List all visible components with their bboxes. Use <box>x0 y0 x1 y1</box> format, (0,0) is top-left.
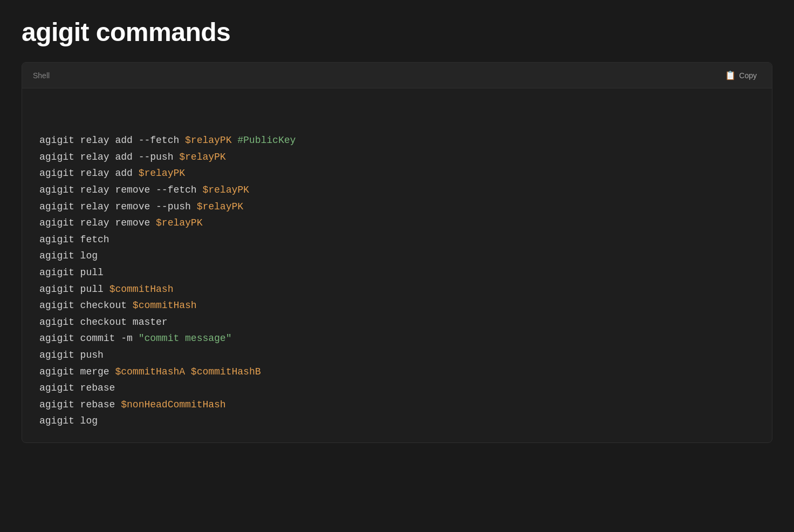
code-token: agigit pull <box>39 284 109 295</box>
code-token: #PublicKey <box>231 135 296 146</box>
code-token: $nonHeadCommitHash <box>121 399 225 410</box>
code-line: agigit checkout $commitHash <box>39 297 755 314</box>
code-token: $commitHash <box>133 300 197 311</box>
code-token: agigit relay add --push <box>39 152 179 162</box>
code-token: agigit rebase <box>39 399 121 410</box>
code-token: $commitHashA $commitHashB <box>115 366 261 377</box>
code-token: $relayPK <box>156 217 202 228</box>
code-token: agigit relay add --fetch <box>39 135 185 146</box>
code-token: agigit log <box>39 250 98 261</box>
code-token: agigit checkout master <box>39 317 168 328</box>
code-token: $relayPK <box>197 201 243 212</box>
code-line: agigit relay add $relayPK <box>39 165 755 182</box>
code-token: $commitHash <box>109 284 174 295</box>
code-line: agigit pull <box>39 264 755 281</box>
code-content: agigit relay add --fetch $relayPK #Publi… <box>22 88 772 442</box>
code-block-container: Shell 📋 Copy agigit relay add --fetch $r… <box>22 62 772 443</box>
code-token: agigit checkout <box>39 300 133 311</box>
code-token: agigit relay remove --push <box>39 201 197 212</box>
code-line: agigit log <box>39 248 755 264</box>
code-line: agigit checkout master <box>39 314 755 331</box>
code-line: agigit rebase $nonHeadCommitHash <box>39 397 755 413</box>
code-token: $relayPK <box>202 185 249 195</box>
code-block-header: Shell 📋 Copy <box>22 63 772 88</box>
code-line: agigit pull $commitHash <box>39 281 755 298</box>
code-line: agigit fetch <box>39 231 755 248</box>
code-line: agigit relay remove $relayPK <box>39 215 755 231</box>
code-token: agigit push <box>39 350 104 360</box>
code-line: agigit push <box>39 347 755 364</box>
code-language-label: Shell <box>33 71 50 80</box>
code-token: "commit message" <box>139 333 232 344</box>
code-line: agigit relay add --fetch $relayPK #Publi… <box>39 132 755 149</box>
code-line: agigit merge $commitHashA $commitHashB <box>39 364 755 380</box>
code-token: agigit pull <box>39 267 104 278</box>
code-token: agigit commit -m <box>39 333 139 344</box>
copy-button[interactable]: 📋 Copy <box>721 68 761 83</box>
page-title: agigit commands <box>22 17 772 47</box>
code-line: agigit log <box>39 413 755 429</box>
code-token: agigit log <box>39 415 98 426</box>
code-token: $relayPK <box>179 152 225 162</box>
code-token: agigit relay add <box>39 168 139 179</box>
code-line: agigit commit -m "commit message" <box>39 330 755 347</box>
code-token: $relayPK <box>185 135 231 146</box>
copy-label: Copy <box>739 71 757 80</box>
code-token: agigit fetch <box>39 234 109 245</box>
copy-icon: 📋 <box>725 70 736 80</box>
code-line: agigit relay remove --push $relayPK <box>39 199 755 215</box>
code-token: $relayPK <box>139 168 185 179</box>
code-line: agigit rebase <box>39 380 755 397</box>
code-token: agigit rebase <box>39 383 115 393</box>
code-token: agigit merge <box>39 366 115 377</box>
code-line: agigit relay add --push $relayPK <box>39 149 755 166</box>
code-token: agigit relay remove <box>39 217 156 228</box>
code-token: agigit relay remove --fetch <box>39 185 202 195</box>
code-line: agigit relay remove --fetch $relayPK <box>39 182 755 199</box>
